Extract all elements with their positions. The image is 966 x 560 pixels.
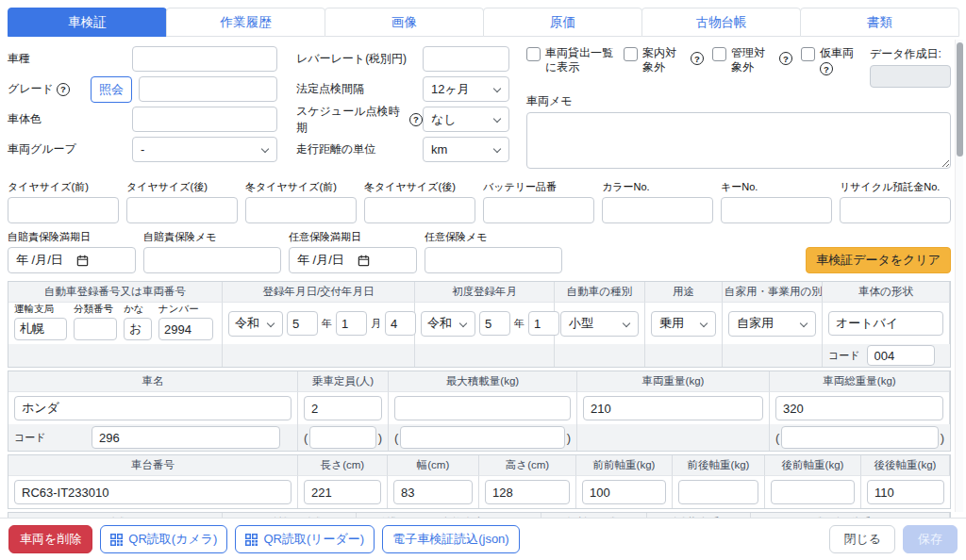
gross-weight-header: 車両総重量(kg) [770,371,950,392]
gross-weight-sub-input[interactable] [781,426,938,449]
tab-work-history[interactable]: 作業履歴 [166,8,325,37]
nini-insurance-memo-input[interactable] [425,247,562,273]
height-input[interactable] [485,480,570,504]
clear-shakensho-data-button[interactable]: 車検証データをクリア [806,247,951,273]
winter-tire-front-input[interactable] [245,197,357,223]
delete-vehicle-button[interactable]: 車両を削除 [8,525,92,553]
vehicle-name-code-input[interactable] [92,426,280,449]
first-registration-era-select[interactable]: 令和 [421,311,475,337]
capacity-sub-input[interactable] [309,426,375,449]
nini-insurance-memo-label: 任意保険メモ [425,230,562,244]
lever-rate-label: レバーレート(税別円) [296,51,423,67]
tab-cost[interactable]: 原価 [483,8,642,37]
body-shape-code-input[interactable] [867,345,935,366]
recycle-deposit-no-input[interactable] [840,197,951,223]
schedule-inspection-select[interactable]: なし [423,107,509,132]
class-number-input[interactable] [74,318,117,340]
grade-help-icon[interactable] [57,83,70,96]
height-header: 高さ(cm) [479,455,576,476]
scrollbar-thumb[interactable] [957,42,963,156]
registration-month-input[interactable] [336,311,367,336]
tab-images[interactable]: 画像 [325,8,484,37]
max-load-sub-input[interactable] [400,426,564,449]
jibaiseki-insurance-memo-label: 自賠責保険メモ [143,230,281,244]
calendar-icon[interactable] [358,255,370,267]
management-excluded-checkbox[interactable] [712,47,726,61]
first-registration-year-input[interactable] [479,311,510,336]
schedule-inspection-help-icon[interactable] [409,113,423,126]
use-select[interactable]: 乗用 [651,311,716,337]
temporary-vehicle-checkbox[interactable] [801,47,815,61]
vehicle-memo-textarea[interactable] [526,112,951,169]
vehicle-weight-input[interactable] [583,396,763,420]
battery-number-input[interactable] [483,197,594,223]
chassis-number-input[interactable] [14,480,291,504]
distance-unit-select[interactable]: km [423,137,509,162]
width-header: 幅(cm) [388,455,479,476]
tab-documents[interactable]: 書類 [800,8,959,37]
capacity-input[interactable] [304,396,382,420]
front-front-axle-input[interactable] [582,480,666,504]
lever-rate-input[interactable] [423,46,509,72]
management-excluded-label: 管理対象外 [731,46,774,74]
winter-tire-rear-input[interactable] [364,197,475,223]
close-button[interactable]: 閉じる [829,525,895,553]
tire-front-input[interactable] [8,197,119,223]
tire-rear-label: タイヤサイズ(後) [126,180,238,194]
grade-input[interactable] [139,76,277,102]
rear-rear-axle-input[interactable] [867,480,944,504]
qr-read-reader-button[interactable]: QR読取(リーダー) [235,525,375,553]
private-business-select[interactable]: 自家用 [728,311,816,337]
temporary-vehicle-help-icon[interactable] [820,62,833,75]
kana-input[interactable] [124,318,152,340]
registration-era-select[interactable]: 令和 [228,311,283,337]
transport-office-input[interactable] [14,318,67,340]
guide-excluded-checkbox[interactable] [624,47,638,61]
save-button[interactable]: 保存 [903,525,958,553]
tab-antique-ledger[interactable]: 古物台帳 [641,8,801,37]
key-no-label: キーNo. [721,180,832,194]
capacity-header: 乗車定員(人) [298,371,389,392]
max-load-input[interactable] [394,396,571,420]
management-excluded-help-icon[interactable] [779,52,792,65]
registration-year-input[interactable] [287,311,318,336]
body-shape-input[interactable] [828,311,943,336]
grade-label: グレード [8,81,91,97]
chevron-down-icon [261,145,269,153]
front-rear-axle-header: 前後軸重(kg) [673,455,765,476]
body-shape-code-label: コード [828,349,860,363]
length-input[interactable] [304,480,381,504]
vehicle-group-select[interactable]: - [132,137,277,162]
inspection-interval-select[interactable]: 12ヶ月 [423,76,509,102]
key-no-input[interactable] [721,197,832,223]
rear-front-axle-input[interactable] [771,480,855,504]
nini-insurance-date-input[interactable]: 年 /月/日 [289,247,417,273]
calendar-icon[interactable] [76,255,89,267]
grade-inquiry-button[interactable]: 照会 [91,76,132,103]
month-suffix: 月 [371,317,381,331]
rental-list-check: 車両貸出一覧に表示 [526,46,615,74]
jibaiseki-insurance-date-input[interactable]: 年 /月/日 [8,247,136,273]
rental-list-checkbox[interactable] [526,47,541,61]
tire-rear-input[interactable] [126,197,238,223]
nini-insurance-date-label: 任意保険満期日 [289,230,417,244]
tab-shakensho[interactable]: 車検証 [8,8,167,37]
registration-section: 自動車登録番号又は車両番号 登録年月日/交付年月日 初度登録年月 自動車の種別 … [8,281,951,368]
front-rear-axle-input[interactable] [678,480,758,504]
vehicle-category-select[interactable]: 小型 [560,311,639,337]
width-input[interactable] [393,480,473,504]
jibaiseki-insurance-memo-input[interactable] [143,247,281,273]
gross-weight-input[interactable] [775,396,943,420]
electronic-shakensho-import-button[interactable]: 電子車検証読込(json) [382,525,520,553]
color-no-input[interactable] [602,197,713,223]
registration-day-input[interactable] [385,311,416,336]
guide-excluded-check: 案内対象外 [624,46,704,74]
color-no-label: カラーNo. [602,180,713,194]
qr-read-camera-button[interactable]: QR読取(カメラ) [100,525,227,553]
guide-excluded-help-icon[interactable] [691,52,704,65]
qr-code-icon [245,534,258,546]
vehicle-name-input[interactable] [14,396,291,420]
vehicle-model-input[interactable] [132,46,277,72]
plate-number-input[interactable] [158,318,213,340]
body-color-input[interactable] [132,107,277,132]
